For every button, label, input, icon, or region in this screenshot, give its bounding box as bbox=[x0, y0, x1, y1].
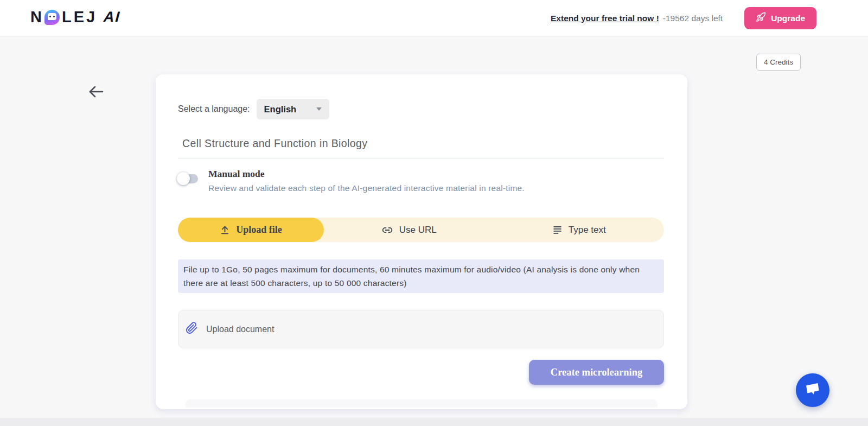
credits-badge: 4 Credits bbox=[756, 54, 801, 71]
back-button[interactable] bbox=[85, 81, 107, 103]
tab-use-url[interactable]: Use URL bbox=[324, 218, 494, 242]
toggle-knob bbox=[177, 172, 190, 185]
language-select[interactable]: English bbox=[257, 99, 329, 119]
paperclip-icon bbox=[186, 322, 198, 336]
source-tabs: Upload file Use URL Type text bbox=[178, 218, 664, 242]
chat-bubble-icon bbox=[803, 381, 822, 400]
manual-mode-row: Manual mode Review and validate each ste… bbox=[177, 168, 525, 193]
file-limits-info: File up to 1Go, 50 pages maximum for doc… bbox=[178, 259, 664, 293]
upload-document-dropzone[interactable]: Upload document bbox=[178, 310, 664, 348]
logo-face-detail bbox=[48, 13, 56, 20]
upgrade-button-label: Upgrade bbox=[771, 14, 805, 23]
chevron-down-icon bbox=[316, 107, 322, 111]
top-bar: N LEJ AI Extend your free trial now ! -1… bbox=[0, 0, 868, 36]
extend-trial-link[interactable]: Extend your free trial now ! bbox=[551, 14, 659, 23]
manual-mode-texts: Manual mode Review and validate each ste… bbox=[208, 168, 525, 193]
logo-text-ai: AI bbox=[103, 9, 121, 26]
app-root: N LEJ AI Extend your free trial now ! -1… bbox=[0, 0, 868, 426]
manual-mode-label: Manual mode bbox=[208, 168, 525, 180]
days-left-text: -19562 days left bbox=[663, 14, 723, 23]
link-icon bbox=[381, 225, 393, 236]
language-row: Select a language: English bbox=[178, 99, 329, 119]
logo-text-lej: LEJ bbox=[62, 9, 97, 25]
create-microlearning-card: Select a language: English Manual mode R… bbox=[156, 74, 687, 409]
manual-mode-toggle[interactable] bbox=[177, 170, 200, 186]
nolej-face-icon bbox=[44, 10, 60, 25]
tab-type-text[interactable]: Type text bbox=[494, 218, 665, 242]
back-arrow-icon bbox=[87, 93, 105, 101]
tab-type-text-label: Type text bbox=[569, 225, 606, 236]
upgrade-button[interactable]: Upgrade bbox=[744, 7, 816, 29]
card-footer-hint bbox=[186, 399, 658, 408]
nolej-logo[interactable]: N LEJ AI bbox=[30, 9, 120, 26]
header-right-group: Extend your free trial now ! -19562 days… bbox=[551, 0, 816, 36]
tab-use-url-label: Use URL bbox=[399, 225, 437, 236]
logo-text-n: N bbox=[30, 9, 44, 25]
chat-widget-button[interactable] bbox=[796, 373, 829, 407]
upload-icon bbox=[220, 225, 230, 236]
upload-document-label: Upload document bbox=[206, 325, 274, 334]
rocket-icon bbox=[756, 12, 766, 24]
language-selected-value: English bbox=[264, 104, 297, 115]
tab-upload-file-label: Upload file bbox=[236, 224, 282, 236]
manual-mode-description: Review and validate each step of the AI-… bbox=[208, 183, 525, 193]
create-microlearning-button[interactable]: Create microlearning bbox=[529, 360, 664, 385]
tab-upload-file[interactable]: Upload file bbox=[178, 218, 324, 242]
text-lines-icon bbox=[552, 225, 563, 235]
language-label: Select a language: bbox=[178, 104, 250, 114]
title-input[interactable] bbox=[178, 129, 664, 159]
bottom-scroll-track[interactable] bbox=[0, 418, 868, 426]
